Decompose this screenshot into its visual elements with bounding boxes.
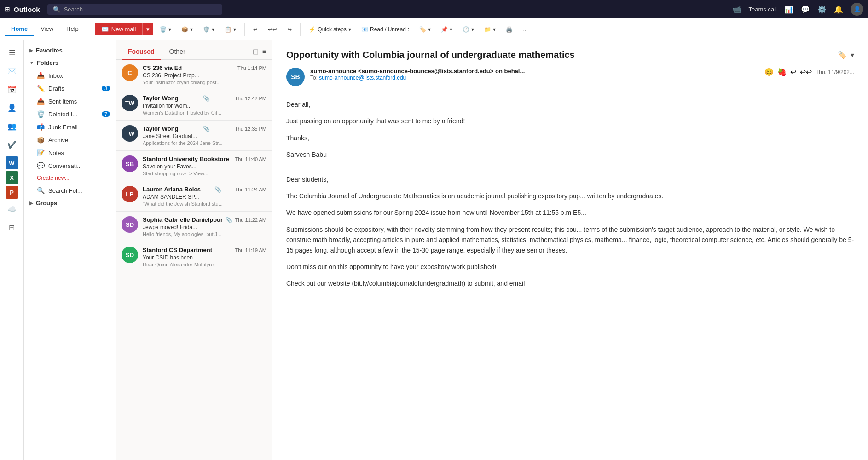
sidebar-groups-icon[interactable]: 👥 bbox=[4, 118, 20, 134]
email-item-1[interactable]: C CS 236 via Ed Thu 1:14 PM CS 236: Proj… bbox=[116, 60, 272, 90]
filter-icon[interactable]: ≡ bbox=[262, 47, 266, 56]
email-content-7: Stanford CS Department Thu 11:19 AM Your… bbox=[143, 247, 266, 267]
email-item-3[interactable]: TW Taylor Wong 📎 Thu 12:35 PM Jane Stree… bbox=[116, 121, 272, 151]
body-para5: Don't miss out on this opportunity to ha… bbox=[286, 262, 854, 272]
read-unread-button[interactable]: 📧Read / Unread: bbox=[358, 24, 413, 34]
folder-notes[interactable]: 📝 Notes bbox=[24, 146, 116, 159]
move-button[interactable]: 📋▾ bbox=[221, 24, 240, 34]
email-subject-7: Your CSID has been... bbox=[143, 254, 266, 261]
user-avatar[interactable]: 👤 bbox=[851, 3, 863, 16]
folder-junk-label: Junk Email bbox=[48, 124, 78, 131]
to-address[interactable]: sumo-announce@lists.stanford.edu bbox=[319, 75, 406, 81]
sidebar-excel-icon[interactable]: X bbox=[6, 171, 18, 184]
body-closing: Thanks, bbox=[286, 133, 854, 143]
create-new-folder[interactable]: Create new... bbox=[24, 172, 116, 184]
email-time-3: Thu 12:35 PM bbox=[235, 126, 266, 132]
reply-all-action-icon[interactable]: ↩↩ bbox=[800, 68, 812, 76]
mail-icon: ✉️ bbox=[101, 26, 109, 33]
folder-drafts[interactable]: ✏️ Drafts 3 bbox=[24, 82, 116, 95]
email-item-4[interactable]: SB Stanford University Bookstore Thu 11:… bbox=[116, 151, 272, 181]
ribbon-home[interactable]: Home bbox=[5, 23, 34, 36]
favorites-header[interactable]: ▶ Favorites bbox=[24, 44, 116, 57]
present-icon[interactable]: 📊 bbox=[784, 5, 793, 14]
tab-focused[interactable]: Focused bbox=[122, 44, 161, 60]
sender-avatar: SB bbox=[286, 68, 305, 86]
new-mail-dropdown[interactable]: ▾ bbox=[142, 23, 153, 35]
reply-button[interactable]: ↩ bbox=[249, 24, 261, 34]
search-folder-icon: 🔍 bbox=[37, 187, 45, 194]
folder-conversations-label: Conversati... bbox=[48, 162, 82, 169]
folder-archive[interactable]: 📦 Archive bbox=[24, 133, 116, 146]
folder-inbox[interactable]: 📥 Inbox bbox=[24, 69, 116, 82]
ribbon-help[interactable]: Help bbox=[60, 23, 85, 36]
email-item-7[interactable]: SD Stanford CS Department Thu 11:19 AM Y… bbox=[116, 242, 272, 272]
ribbon: Home View Help ✉️ New mail ▾ 🗑️▾ 📦▾ 🛡️▾ … bbox=[0, 18, 868, 40]
sidebar-people-icon[interactable]: 👤 bbox=[4, 99, 20, 116]
deleted-badge: 7 bbox=[102, 111, 110, 117]
emoji-icon[interactable]: 😊 bbox=[764, 68, 774, 76]
ribbon-view[interactable]: View bbox=[34, 23, 60, 36]
search-bar[interactable]: 🔍 Search bbox=[47, 4, 222, 15]
block-button[interactable]: 🛡️▾ bbox=[199, 24, 218, 34]
sidebar-word-icon[interactable]: W bbox=[6, 156, 18, 169]
folders-header[interactable]: ▼ Folders bbox=[24, 57, 116, 69]
delete-button[interactable]: 🗑️▾ bbox=[156, 24, 175, 34]
sidebar-mail-icon[interactable]: ✉️ bbox=[4, 63, 20, 79]
email-time-2: Thu 12:42 PM bbox=[235, 96, 266, 101]
snooze-button[interactable]: 🕐▾ bbox=[459, 24, 478, 34]
quick-steps-button[interactable]: ⚡Quick steps▾ bbox=[305, 24, 355, 34]
tab-other[interactable]: Other bbox=[163, 44, 192, 60]
print-button[interactable]: 🖨️ bbox=[502, 24, 516, 34]
more-reading-icon[interactable]: ▾ bbox=[851, 51, 854, 59]
folder-conversations[interactable]: 💬 Conversati... bbox=[24, 159, 116, 172]
body-signature: Sarvesh Babu bbox=[286, 150, 854, 160]
sidebar-menu-icon[interactable]: ☰ bbox=[4, 44, 20, 61]
groups-header[interactable]: ▶ Groups bbox=[24, 197, 116, 209]
folder-sent[interactable]: 📤 Sent Items bbox=[24, 95, 116, 108]
attachment-icon-6: 📎 bbox=[226, 217, 232, 223]
sidebar-calendar-icon[interactable]: 📅 bbox=[4, 81, 20, 98]
email-items-list: C CS 236 via Ed Thu 1:14 PM CS 236: Proj… bbox=[116, 60, 272, 460]
folder-junk[interactable]: 📫 Junk Email bbox=[24, 121, 116, 133]
email-item-2[interactable]: TW Taylor Wong 📎 Thu 12:42 PM Invitation… bbox=[116, 90, 272, 121]
teams-call-label[interactable]: Teams call bbox=[749, 6, 777, 13]
folder-notes-label: Notes bbox=[48, 150, 64, 156]
email-subject-2: Invitation for Wom... bbox=[143, 103, 266, 109]
sidebar-powerpoint-icon[interactable]: P bbox=[6, 186, 18, 199]
folder-sent-label: Sent Items bbox=[48, 98, 77, 105]
grid-icon[interactable]: ⊞ bbox=[5, 6, 10, 13]
settings-icon[interactable]: ⚙️ bbox=[817, 5, 827, 14]
more-options-button[interactable]: ... bbox=[519, 24, 531, 34]
tag-action-icon[interactable]: 🏷️ bbox=[838, 51, 847, 59]
folder-deleted[interactable]: 🗑️ Deleted I... 7 bbox=[24, 108, 116, 121]
email-time-7: Thu 11:19 AM bbox=[235, 247, 267, 253]
reply-action-icon[interactable]: ↩ bbox=[790, 68, 796, 76]
sidebar-onedrive-icon[interactable]: ☁️ bbox=[4, 201, 20, 217]
favorites-label: Favorites bbox=[36, 47, 63, 54]
email-time-5: Thu 11:24 AM bbox=[235, 187, 266, 192]
move-folder-button[interactable]: 📁▾ bbox=[480, 24, 499, 34]
new-mail-button[interactable]: ✉️ New mail bbox=[95, 23, 142, 35]
archive-button[interactable]: 📦▾ bbox=[178, 24, 197, 34]
strawberry-icon[interactable]: 🍓 bbox=[777, 68, 787, 76]
sidebar-todo-icon[interactable]: ✔️ bbox=[4, 136, 20, 153]
sidebar-apps-icon[interactable]: ⊞ bbox=[4, 219, 20, 236]
ribbon-divider-3 bbox=[300, 23, 301, 36]
main-layout: ☰ ✉️ 📅 👤 👥 ✔️ W X P ☁️ ⊞ ▶ Favorites ▼ F… bbox=[0, 40, 868, 460]
search-folders[interactable]: 🔍 Search Fol... bbox=[24, 184, 116, 197]
flag-button[interactable]: 📌▾ bbox=[437, 24, 456, 34]
notification-icon[interactable]: 🔔 bbox=[834, 5, 843, 14]
reply-all-button[interactable]: ↩↩ bbox=[264, 24, 281, 34]
tags-button[interactable]: 🏷️▾ bbox=[416, 24, 434, 34]
video-icon[interactable]: 📹 bbox=[732, 5, 741, 14]
sender-name: sumo-announce <sumo-announce-bounces@lis… bbox=[310, 68, 759, 75]
email-content-1: CS 236 via Ed Thu 1:14 PM CS 236: Projec… bbox=[143, 64, 266, 85]
body-para2: The Columbia Journal of Undergraduate Ma… bbox=[286, 191, 854, 201]
email-item-5[interactable]: LB Lauren Ariana Boles 📎 Thu 11:24 AM AD… bbox=[116, 181, 272, 212]
email-sender-2: Taylor Wong bbox=[143, 95, 179, 102]
view-toggle-icon[interactable]: ⊡ bbox=[253, 47, 259, 56]
feedback-icon[interactable]: 💬 bbox=[801, 5, 810, 14]
email-content-3: Taylor Wong 📎 Thu 12:35 PM Jane Street G… bbox=[143, 125, 266, 146]
email-item-6[interactable]: SD Sophia Gabrielle Danielpour 📎 Thu 11:… bbox=[116, 212, 272, 242]
forward-button[interactable]: ↪ bbox=[284, 24, 295, 34]
